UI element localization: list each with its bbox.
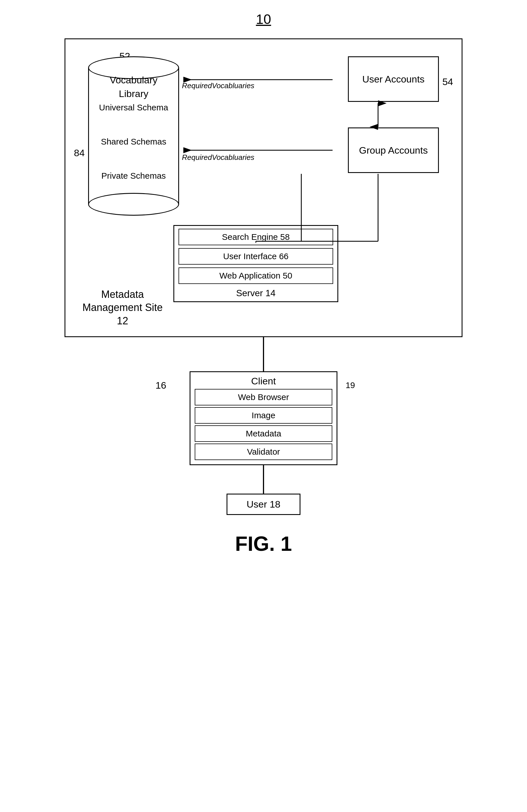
vocab-library: Vocabulary Library Universal Schema Shar… (88, 56, 179, 216)
cylinder: Vocabulary Library Universal Schema Shar… (88, 56, 179, 216)
metadata-site-label: Metadata Management Site 12 (82, 288, 163, 328)
server-box: Search Engine 58 User Interface 66 Web A… (174, 225, 338, 302)
figure-number-top: 10 (256, 11, 271, 27)
label-16: 16 (155, 380, 166, 391)
schemas-label: Universal Schema Shared Schemas Private … (88, 99, 179, 184)
label-19: 19 (346, 380, 355, 390)
vocab-library-label: Vocabulary Library (88, 73, 179, 100)
client-wrapper: 16 Client 19 Web Browser Image Metadata … (190, 371, 337, 465)
web-browser-row: Web Browser (195, 389, 332, 405)
diagram-container: 10 (36, 11, 491, 555)
user-accounts-label: User Accounts (362, 74, 424, 85)
metadata-row: Metadata (195, 425, 332, 442)
universal-schema: Universal Schema (88, 99, 179, 116)
validator-row: Validator (195, 444, 332, 460)
group-accounts-box: Group Accounts (348, 128, 439, 173)
web-application-row: Web Application 50 (179, 267, 333, 284)
label-54: 54 (442, 76, 453, 87)
web-browser-wrapper: 19 Web Browser (195, 389, 332, 405)
client-title: Client (191, 372, 336, 389)
private-schemas: Private Schemas (88, 167, 179, 184)
user-accounts-box: User Accounts (348, 56, 439, 102)
search-engine-row: Search Engine 58 (179, 229, 333, 245)
client-section: 16 Client 19 Web Browser Image Metadata … (190, 371, 337, 515)
connector-client-to-user (263, 465, 264, 494)
image-row: Image (195, 407, 332, 424)
cylinder-bottom-ellipse (88, 193, 179, 216)
user-interface-row: User Interface 66 (179, 248, 333, 265)
server-label: Server 14 (174, 286, 337, 301)
client-box: Client 19 Web Browser Image Metadata Val… (190, 371, 337, 465)
required-vocab-label-2: RequiredVocabluaries (182, 153, 254, 162)
connector-outer-to-client (263, 337, 264, 371)
fig-label: FIG. 1 (235, 532, 292, 555)
group-accounts-label: Group Accounts (359, 145, 428, 156)
label-84: 84 (74, 147, 85, 158)
user-box: User 18 (227, 494, 300, 515)
required-vocab-label-1: RequiredVocabluaries (182, 82, 254, 90)
outer-box: 52 84 Vocabulary Library Universal Schem… (64, 39, 463, 337)
shared-schemas: Shared Schemas (88, 133, 179, 150)
